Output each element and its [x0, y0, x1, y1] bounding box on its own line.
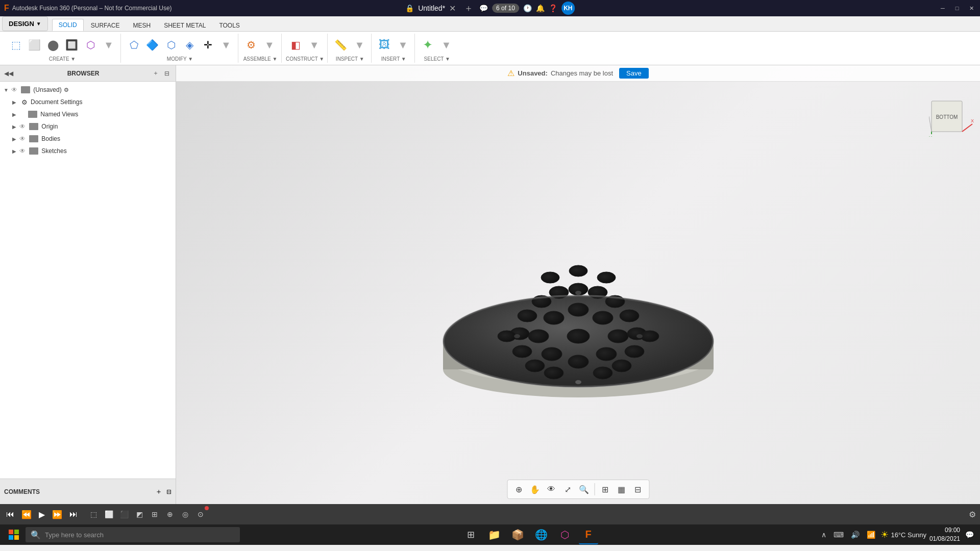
fit-button[interactable]: ⤢: [560, 482, 575, 496]
timeline-prev-button[interactable]: ⏪: [19, 509, 34, 520]
comments-add-icon[interactable]: ＋: [155, 487, 162, 496]
new-component-button[interactable]: ⬚: [7, 35, 24, 55]
fillet-button[interactable]: ⬠: [125, 35, 142, 55]
tree-item-origin[interactable]: ▶ 👁 Origin: [0, 120, 176, 133]
select-button[interactable]: ✦: [419, 35, 436, 55]
chat-icon[interactable]: 💬: [479, 4, 488, 12]
bell-icon[interactable]: 🔔: [536, 4, 545, 12]
notification-icon[interactable]: 💬: [963, 530, 976, 540]
viewcube[interactable]: BOTTOM X Y: [929, 86, 975, 137]
search-bar[interactable]: 🔍: [26, 527, 240, 542]
construct-more-button[interactable]: ▼: [306, 35, 323, 55]
sketches-eye-icon[interactable]: 👁: [18, 147, 27, 155]
tl-icon-1[interactable]: ⬚: [87, 508, 100, 521]
chamfer-button[interactable]: 🔷: [143, 35, 161, 55]
start-button[interactable]: [4, 525, 23, 544]
timeline-end-button[interactable]: ⏭: [67, 509, 80, 520]
tl-icon-2[interactable]: ⬜: [102, 508, 115, 521]
tl-icon-7[interactable]: ◎: [179, 508, 192, 521]
tab-solid[interactable]: SOLID: [52, 19, 84, 31]
minimize-button[interactable]: ─: [938, 4, 947, 13]
origin-arrow[interactable]: ▶: [10, 122, 18, 131]
sketches-arrow[interactable]: ▶: [10, 147, 18, 155]
tree-item-doc-settings[interactable]: ▶ ⚙ Document Settings: [0, 96, 176, 108]
combine-button[interactable]: ◈: [181, 35, 198, 55]
shell-button[interactable]: ⬡: [162, 35, 180, 55]
loft-button[interactable]: ⬡: [82, 35, 99, 55]
visual-style-button[interactable]: ⊟: [630, 482, 645, 496]
tab-tools[interactable]: TOOLS: [213, 20, 246, 31]
search-input[interactable]: [45, 531, 235, 539]
timeline-next-button[interactable]: ⏩: [50, 509, 64, 520]
tree-item-named-views[interactable]: ▶ Named Views: [0, 108, 176, 120]
doc-title[interactable]: Untitled*: [418, 4, 445, 12]
display-button[interactable]: ⊞: [598, 482, 612, 496]
timeline-play-button[interactable]: ▶: [37, 509, 47, 520]
extrude-button[interactable]: ⬜: [26, 35, 43, 55]
revolve-button[interactable]: ⬤: [44, 35, 62, 55]
insert-image-button[interactable]: 🖼: [376, 35, 393, 55]
hidden-icons-button[interactable]: ∧: [819, 530, 828, 540]
move-button[interactable]: ✛: [199, 35, 216, 55]
tree-item-root[interactable]: ▼ 👁 (Unsaved) ⚙: [0, 84, 176, 96]
tab-surface[interactable]: SURFACE: [85, 20, 126, 31]
wifi-icon[interactable]: 📶: [865, 530, 877, 540]
bodies-arrow[interactable]: ▶: [10, 135, 18, 143]
taskbar-app-fusion[interactable]: F: [579, 525, 598, 544]
assemble-more-button[interactable]: ▼: [261, 35, 278, 55]
orbit-button[interactable]: ⊕: [511, 482, 526, 496]
comments-collapse-icon[interactable]: ⊟: [166, 488, 172, 495]
collapse-browser-icon[interactable]: ◀◀: [4, 70, 13, 77]
tl-icon-5[interactable]: ⊞: [148, 508, 161, 521]
bodies-eye-icon[interactable]: 👁: [18, 135, 27, 143]
origin-eye-icon[interactable]: 👁: [18, 122, 27, 131]
inspect-more-button[interactable]: ▼: [351, 35, 368, 55]
look-at-button[interactable]: 👁: [544, 482, 558, 496]
root-eye-icon[interactable]: 👁: [10, 86, 18, 94]
tl-icon-6[interactable]: ⊕: [163, 508, 177, 521]
pan-button[interactable]: ✋: [528, 482, 542, 496]
create-more-button[interactable]: ▼: [100, 35, 117, 55]
save-button[interactable]: Save: [619, 68, 649, 79]
tab-mesh[interactable]: MESH: [127, 20, 157, 31]
clock-nav-icon[interactable]: 🕐: [523, 4, 532, 12]
taskbar-app-chrome[interactable]: 🌐: [532, 525, 551, 544]
design-button[interactable]: DESIGN ▼: [2, 16, 48, 31]
keyboard-icon[interactable]: ⌨: [831, 530, 846, 540]
timeline-settings-icon[interactable]: ⚙: [969, 510, 976, 519]
help-icon[interactable]: ❓: [549, 4, 557, 12]
grid-button[interactable]: ▦: [614, 482, 628, 496]
select-more-button[interactable]: ▼: [437, 35, 455, 55]
tl-icon-8[interactable]: ⊙: [194, 508, 207, 521]
volume-icon[interactable]: 🔊: [849, 530, 862, 540]
close-tab-icon[interactable]: ✕: [449, 4, 456, 13]
measure-button[interactable]: 📏: [332, 35, 350, 55]
add-tab-icon[interactable]: ＋: [464, 2, 473, 14]
joint-button[interactable]: ⚙: [242, 35, 260, 55]
viewport[interactable]: ⚠ Unsaved: Changes may be lost Save: [176, 65, 980, 504]
tl-icon-4[interactable]: ◩: [133, 508, 146, 521]
plane-offset-button[interactable]: ◧: [287, 35, 305, 55]
maximize-button[interactable]: □: [952, 4, 962, 13]
taskbar-app-task-view[interactable]: ⊞: [461, 525, 481, 544]
doc-settings-arrow[interactable]: ▶: [10, 98, 18, 106]
root-settings-icon[interactable]: ⚙: [64, 87, 69, 93]
sweep-button[interactable]: 🔲: [63, 35, 81, 55]
tree-item-bodies[interactable]: ▶ 👁 Bodies: [0, 133, 176, 145]
taskbar-app-pink[interactable]: ⬡: [555, 525, 575, 544]
modify-more-button[interactable]: ▼: [217, 35, 235, 55]
tab-sheet-metal[interactable]: SHEET METAL: [158, 20, 212, 31]
browser-collapse-icon[interactable]: ⊟: [162, 69, 172, 78]
tl-icon-3[interactable]: ⬛: [117, 508, 131, 521]
user-avatar[interactable]: KH: [561, 2, 575, 15]
taskbar-app-rar[interactable]: 📦: [508, 525, 528, 544]
tabs-count[interactable]: 6 of 10: [492, 4, 519, 13]
insert-more-button[interactable]: ▼: [394, 35, 411, 55]
tree-item-sketches[interactable]: ▶ 👁 Sketches: [0, 145, 176, 157]
named-views-arrow[interactable]: ▶: [10, 110, 18, 118]
zoom-button[interactable]: 🔍: [577, 482, 591, 496]
close-button[interactable]: ✕: [967, 4, 976, 13]
taskbar-app-explorer[interactable]: 📁: [485, 525, 504, 544]
browser-add-icon[interactable]: ＋: [151, 69, 160, 78]
root-arrow[interactable]: ▼: [2, 86, 10, 94]
